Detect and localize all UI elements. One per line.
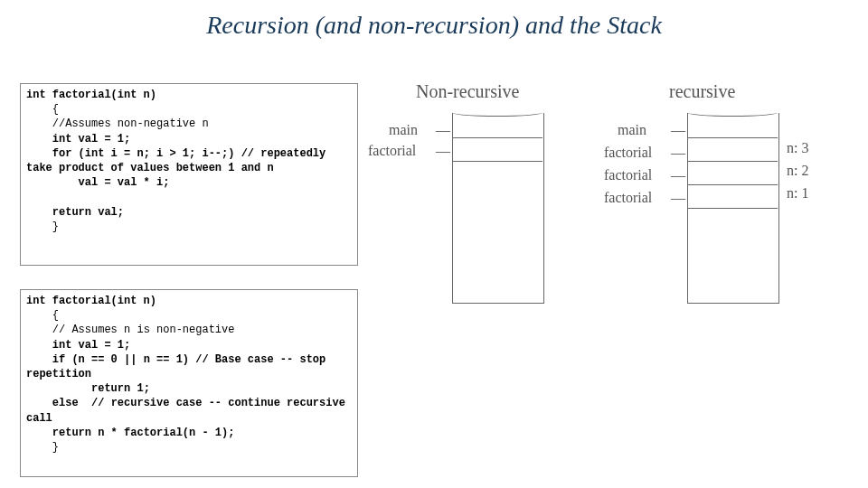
code-line: int val = 1;	[26, 339, 130, 352]
code-line: val = val * i;	[26, 176, 169, 189]
label-recursive: recursive	[669, 81, 735, 102]
code-line: // Assumes n is non-negative	[26, 324, 234, 336]
frame-divider	[687, 208, 778, 209]
label-n3: n: 3	[787, 140, 808, 156]
recursive-code-box: int factorial(int n) { // Assumes n is n…	[20, 289, 358, 477]
frame-divider	[452, 161, 542, 162]
code-line: int factorial(int n)	[26, 295, 156, 307]
stack-top-curve	[452, 108, 542, 117]
label-main: main	[389, 122, 418, 138]
stack-top-curve	[687, 108, 778, 117]
code-line: {	[26, 309, 59, 322]
code-line: for (int i = n; i > 1; i--;)	[26, 147, 241, 160]
label-nonrecursive: Non-recursive	[416, 81, 519, 102]
slide-title: Recursion (and non-recursion) and the St…	[0, 11, 868, 40]
frame-divider	[687, 161, 778, 162]
label-n2: n: 2	[787, 163, 808, 179]
slide: Recursion (and non-recursion) and the St…	[0, 0, 868, 488]
code-line: if (n == 0 || n == 1)	[26, 353, 195, 366]
iterative-code-box: int factorial(int n) { //Assumes non-neg…	[20, 83, 358, 266]
frame-divider	[452, 137, 542, 138]
label-n1: n: 1	[787, 185, 808, 202]
code-line: return val;	[26, 206, 124, 219]
label-factorial: factorial	[604, 190, 652, 206]
code-line: int factorial(int n)	[26, 89, 156, 101]
label-factorial: factorial	[368, 143, 416, 159]
code-line: return n * factorial(n - 1);	[26, 427, 234, 439]
code-line: //Assumes non-negative n	[26, 117, 209, 130]
label-factorial: factorial	[604, 167, 652, 183]
code-line: int val = 1;	[26, 133, 130, 145]
stack-sketch: Non-recursive main factorial — — recursi…	[362, 81, 850, 325]
code-line: else	[26, 397, 91, 409]
stack-nonrecursive	[452, 113, 544, 304]
label-main: main	[618, 122, 646, 138]
frame-divider	[687, 137, 778, 138]
frame-divider	[687, 184, 778, 185]
label-factorial: factorial	[604, 145, 652, 161]
code-line: }	[26, 221, 59, 233]
code-line: }	[26, 441, 59, 454]
code-line: {	[26, 103, 59, 116]
code-line: return 1;	[26, 382, 150, 395]
